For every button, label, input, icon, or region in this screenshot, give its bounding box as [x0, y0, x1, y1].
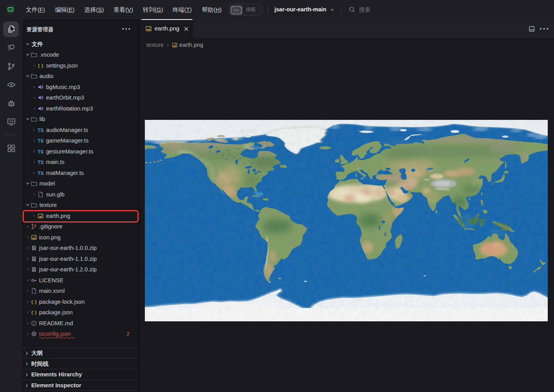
svg-text:{ }: { }	[31, 310, 37, 315]
svg-text:{ }: { }	[31, 300, 37, 305]
svg-text:{ }: { }	[37, 64, 43, 68]
svg-text:TS: TS	[37, 160, 43, 165]
svg-text:TS: TS	[37, 149, 43, 154]
svg-text:TS: TS	[37, 127, 43, 133]
svg-text:TS: TS	[37, 138, 43, 144]
svg-text:TS: TS	[37, 170, 43, 176]
